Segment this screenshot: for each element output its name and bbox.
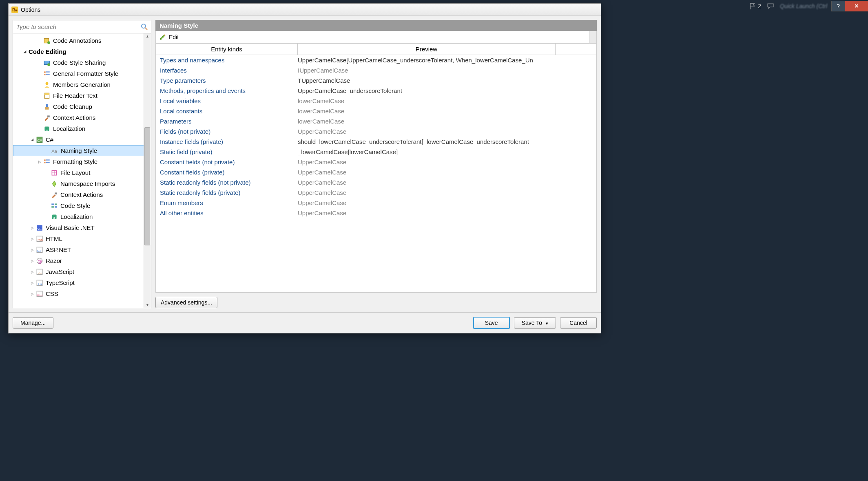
tree-item-context-actions[interactable]: Context Actions [13, 112, 151, 123]
cancel-button[interactable]: Cancel [560, 317, 597, 329]
edit-label[interactable]: Edit [169, 34, 179, 40]
naming-rule-row[interactable]: InterfacesIUpperCamelCase [156, 65, 596, 75]
naming-rule-row[interactable]: Instance fields (private)should_lowerCam… [156, 137, 596, 147]
svg-text:a: a [53, 215, 55, 219]
tree-item-general-formatter-style[interactable]: General Formatter Style [13, 68, 151, 79]
dialog-titlebar[interactable]: R# Options [9, 4, 601, 16]
naming-rule-row[interactable]: Type parametersTUpperCamelCase [156, 75, 596, 86]
tree-item-visual-basic-net[interactable]: VBVisual Basic .NET [13, 222, 151, 233]
naming-rule-row[interactable]: All other entitiesUpperCamelCase [156, 208, 596, 218]
tree-item-label: Members Generation [53, 81, 111, 88]
naming-rule-row[interactable]: Local constantslowerCamelCase [156, 106, 596, 116]
manage-button[interactable]: Manage... [13, 317, 53, 329]
tree-item-members-generation[interactable]: Members Generation [13, 79, 151, 90]
tree-item-label: Code Cleanup [53, 103, 92, 110]
feedback-icon[interactable] [767, 2, 774, 10]
col-entity-kinds[interactable]: Entity kinds [156, 44, 298, 55]
tree-item-file-layout[interactable]: File Layout [13, 167, 151, 178]
svg-text:Aa: Aa [51, 148, 58, 153]
tree-item-code-editing[interactable]: Code Editing [13, 46, 151, 57]
tree-item-css[interactable]: CSSCSS [13, 288, 151, 299]
expander-icon[interactable] [29, 225, 35, 231]
entity-kind: Constant fields (not private) [156, 159, 298, 165]
tree-item-label: Visual Basic .NET [46, 224, 95, 231]
svg-rect-9 [46, 71, 50, 72]
col-preview[interactable]: Preview [298, 44, 556, 55]
search-input[interactable] [13, 20, 151, 33]
ts-icon: TS [36, 279, 43, 287]
tree-item-label: TypeScript [46, 279, 75, 286]
expander-icon[interactable] [22, 49, 28, 55]
expander-icon[interactable] [37, 159, 42, 165]
naming-rule-row[interactable]: Static field (private)_lowerCamelCase[lo… [156, 147, 596, 157]
vs-close-button[interactable]: × [845, 1, 868, 11]
expander-icon[interactable] [29, 280, 35, 286]
expander-icon[interactable] [29, 269, 35, 275]
tree-item-c-[interactable]: C#C# [13, 134, 151, 145]
preview-text: UpperCamelCase [298, 159, 596, 165]
options-tree-panel: Code AnnotationsCode EditingCode Style S… [13, 20, 151, 308]
tree-item-label: Naming Style [61, 147, 97, 154]
tree-item-localization[interactable]: aLocalization [13, 211, 151, 222]
expander-icon [37, 104, 42, 110]
tree-item-file-header-text[interactable]: File Header Text [13, 90, 151, 101]
svg-text:TS: TS [38, 282, 42, 285]
save-button[interactable]: Save [473, 317, 510, 329]
naming-rule-row[interactable]: Fields (not private)UpperCamelCase [156, 126, 596, 137]
tree-item-label: HTML [46, 235, 62, 242]
tree-item-namespace-imports[interactable]: Namespace Imports [13, 178, 151, 189]
expander-icon [44, 203, 50, 209]
save-to-button[interactable]: Save To [514, 317, 556, 329]
svg-rect-23 [44, 159, 45, 161]
naming-rule-row[interactable]: Types and namespacesUpperCamelCase[Upper… [156, 55, 596, 65]
naming-rule-row[interactable]: Constant fields (not private)UpperCamelC… [156, 157, 596, 167]
tree-item-label: Localization [60, 213, 93, 220]
expander-icon[interactable] [29, 291, 35, 297]
naming-rule-row[interactable]: Constant fields (private)UpperCamelCase [156, 167, 596, 177]
search-icon[interactable] [140, 23, 148, 31]
entity-kind: Static readonly fields (private) [156, 189, 298, 196]
options-tree[interactable]: Code AnnotationsCode EditingCode Style S… [13, 33, 151, 308]
expander-icon[interactable] [29, 137, 35, 143]
svg-rect-10 [44, 74, 45, 75]
naming-rule-row[interactable]: ParameterslowerCamelCase [156, 116, 596, 126]
tree-scrollbar[interactable]: ▲ ▼ [144, 33, 151, 308]
section-header: Naming Style [155, 20, 597, 31]
tree-item-code-style[interactable]: Code Style [13, 200, 151, 211]
tree-item-code-cleanup[interactable]: Code Cleanup [13, 101, 151, 112]
tree-item-typescript[interactable]: TSTypeScript [13, 277, 151, 288]
entity-kind: Instance fields (private) [156, 138, 298, 145]
tree-item-code-annotations[interactable]: Code Annotations [13, 35, 151, 46]
tree-item-asp-net[interactable]: ASPASP.NET [13, 244, 151, 255]
tree-item-label: Namespace Imports [60, 180, 115, 187]
tree-item-formatting-style[interactable]: Formatting Style [13, 156, 151, 167]
tree-item-localization[interactable]: aLocalization [13, 123, 151, 134]
naming-rule-row[interactable]: Methods, properties and eventsUpperCamel… [156, 86, 596, 96]
svg-text:a: a [46, 127, 48, 131]
naming-rule-row[interactable]: Local variableslowerCamelCase [156, 96, 596, 106]
tree-scroll-thumb[interactable] [144, 127, 150, 245]
advanced-settings-button[interactable]: Advanced settings... [155, 297, 217, 308]
entity-kind: Type parameters [156, 77, 298, 84]
toolbar-scroll-stub [589, 31, 596, 43]
tree-item-context-actions[interactable]: Context Actions [13, 189, 151, 200]
naming-rule-row[interactable]: Static readonly fields (not private)Uppe… [156, 177, 596, 188]
preview-text: lowerCamelCase [298, 118, 596, 125]
pencil-icon[interactable] [159, 33, 166, 41]
tree-item-javascript[interactable]: JSJavaScript [13, 266, 151, 277]
svg-text:VB: VB [37, 227, 41, 230]
expander-icon[interactable] [29, 258, 35, 264]
expander-icon[interactable] [29, 247, 35, 253]
notification-flag-icon[interactable] [749, 2, 756, 10]
naming-rule-row[interactable]: Static readonly fields (private)UpperCam… [156, 188, 596, 198]
tree-item-code-style-sharing[interactable]: Code Style Sharing [13, 57, 151, 68]
tree-item-html[interactable]: HTMLHTML [13, 233, 151, 244]
tree-item-naming-style[interactable]: AaNaming Style [13, 145, 151, 156]
quick-launch-placeholder[interactable]: Quick Launch (Ctrl [780, 3, 827, 9]
expander-icon[interactable] [29, 236, 35, 242]
help-button[interactable]: ? [831, 1, 845, 11]
expander-icon [44, 192, 50, 198]
preview-text: UpperCamelCase [298, 169, 596, 176]
tree-item-razor[interactable]: @Razor [13, 255, 151, 266]
naming-rule-row[interactable]: Enum membersUpperCamelCase [156, 198, 596, 208]
